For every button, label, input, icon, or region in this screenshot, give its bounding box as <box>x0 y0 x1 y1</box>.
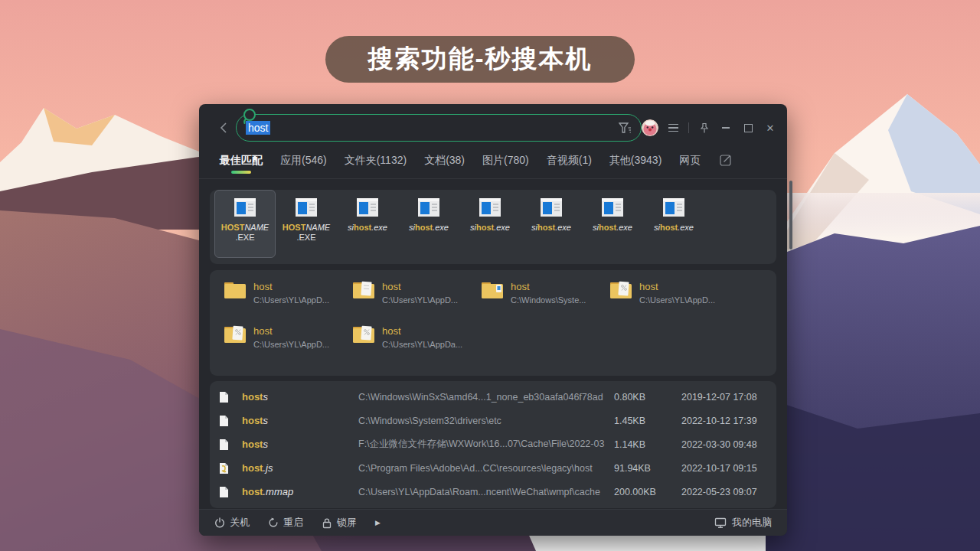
document-icon <box>219 486 242 498</box>
tab-others[interactable]: 其他(3943) <box>609 152 662 168</box>
javascript-file-icon <box>219 462 242 474</box>
exe-label: sihost.exe <box>654 223 694 233</box>
exe-label: sihost.exe <box>348 223 387 233</box>
close-button[interactable]: ✕ <box>764 122 776 134</box>
search-app-window: host <box>199 104 787 536</box>
application-icon <box>662 197 685 217</box>
file-name: hosts <box>242 391 358 403</box>
minimize-button[interactable] <box>720 122 732 134</box>
tab-folders[interactable]: 文件夹(1132) <box>345 152 407 168</box>
exe-result-hostname[interactable]: HOSTNAME .EXE <box>276 190 337 258</box>
user-avatar[interactable] <box>642 119 658 136</box>
exe-label: sihost.exe <box>593 223 632 233</box>
file-row[interactable]: hosts C:\Windows\System32\drivers\etc 1.… <box>210 409 776 432</box>
my-computer-button[interactable]: 我的电脑 <box>714 516 772 530</box>
pin-icon[interactable] <box>699 122 710 134</box>
results-area: HOSTNAME .EXE HOSTNAME .EXE <box>199 179 787 508</box>
back-icon[interactable] <box>219 122 228 134</box>
more-actions-icon[interactable]: ▶ <box>375 519 381 527</box>
tab-images[interactable]: 图片(780) <box>482 152 529 168</box>
folder-result[interactable]: host C:\Users\YL\AppDa... <box>352 325 481 370</box>
tab-best-match[interactable]: 最佳匹配 <box>220 152 263 168</box>
file-row[interactable]: host.js C:\Program Files\Adobe\Ad...CC\r… <box>210 456 776 480</box>
search-input[interactable]: host <box>236 114 642 142</box>
folder-result[interactable]: host C:\Users\YL\AppD... <box>224 281 352 325</box>
folder-with-files-icon <box>224 325 247 344</box>
application-icon <box>479 197 501 217</box>
restart-button[interactable]: 重启 <box>268 516 303 530</box>
folder-result[interactable]: host C:\Users\YL\AppD... <box>224 325 352 370</box>
folder-name: host <box>511 281 586 292</box>
file-name: host.mmap <box>242 486 358 497</box>
tab-web[interactable]: 网页 <box>679 152 701 168</box>
file-date: 2022-05-23 09:07 <box>681 487 767 497</box>
folder-with-files-icon <box>481 281 504 300</box>
folder-name: host <box>382 325 462 337</box>
folder-name: host <box>639 281 715 292</box>
folder-result[interactable]: host C:\Users\YL\AppD... <box>352 281 481 325</box>
result-tabs: 最佳匹配 应用(546) 文件夹(1132) 文档(38) 图片(780) 音视… <box>199 152 787 178</box>
tab-documents[interactable]: 文档(38) <box>424 152 465 168</box>
power-icon <box>214 517 225 528</box>
exe-result-sihost[interactable]: sihost.exe <box>459 190 521 258</box>
folder-path: C:\Users\YL\AppD... <box>253 295 329 305</box>
lock-icon <box>322 517 332 529</box>
file-size: 1.45KB <box>614 416 681 426</box>
folder-path: C:\Windows\Syste... <box>511 295 586 305</box>
file-results-card: hosts C:\Windows\WinSxS\amd64...1_none_e… <box>210 381 776 508</box>
application-icon <box>540 197 563 217</box>
filter-icon[interactable] <box>619 122 632 134</box>
exe-result-sihost[interactable]: sihost.exe <box>643 190 704 258</box>
document-icon <box>219 415 242 427</box>
titlebar-separator <box>688 122 689 133</box>
folder-icon <box>224 281 247 300</box>
exe-result-sihost[interactable]: sihost.exe <box>521 190 582 258</box>
folder-path: C:\Users\YL\AppD... <box>639 295 715 305</box>
tab-media[interactable]: 音视频(1) <box>547 152 592 168</box>
folder-path: C:\Users\YL\AppDa... <box>382 340 462 349</box>
exe-result-sihost[interactable]: sihost.exe <box>582 190 643 258</box>
file-name: hosts <box>242 439 358 450</box>
exe-label: HOSTNAME .EXE <box>221 223 269 243</box>
exe-result-sihost[interactable]: sihost.exe <box>398 190 459 258</box>
folder-results-card: host C:\Users\YL\AppD... host C:\Users\Y… <box>210 270 776 376</box>
application-icon <box>417 197 440 217</box>
scrollbar-thumb[interactable] <box>789 181 792 249</box>
file-path: F:\企业微信文件存储\WXWork\16...07\Cache\File\20… <box>358 438 614 451</box>
shutdown-button[interactable]: 关机 <box>214 516 250 530</box>
file-path: C:\Windows\System32\drivers\etc <box>358 416 614 426</box>
lock-screen-button[interactable]: 锁屏 <box>322 516 357 530</box>
titlebar-controls: ✕ <box>642 104 776 152</box>
folder-result[interactable]: host C:\Users\YL\AppD... <box>609 281 738 325</box>
tab-apps[interactable]: 应用(546) <box>280 152 327 168</box>
exe-results-card: HOSTNAME .EXE HOSTNAME .EXE <box>210 190 776 264</box>
file-row[interactable]: hosts F:\企业微信文件存储\WXWork\16...07\Cache\F… <box>210 432 776 456</box>
file-date: 2022-10-12 17:39 <box>681 416 767 426</box>
file-size: 1.14KB <box>614 439 681 450</box>
file-row[interactable]: host.mmap C:\Users\YL\AppData\Roam...nce… <box>210 480 776 504</box>
file-date: 2022-03-30 09:48 <box>681 439 767 450</box>
maximize-button[interactable] <box>742 122 754 134</box>
exe-label: HOSTNAME .EXE <box>283 223 330 243</box>
folder-name: host <box>382 281 458 292</box>
file-name: hosts <box>242 415 358 426</box>
file-date: 2022-10-17 09:15 <box>681 463 767 474</box>
folder-path: C:\Users\YL\AppD... <box>382 295 458 305</box>
monitor-icon <box>714 517 727 529</box>
file-date: 2019-12-07 17:08 <box>681 392 767 403</box>
file-path: C:\Users\YL\AppData\Roam...ncent\WeChat\… <box>358 487 614 497</box>
application-icon <box>601 197 624 217</box>
exe-result-hostname[interactable]: HOSTNAME .EXE <box>214 190 276 258</box>
file-name: host.js <box>242 462 358 474</box>
file-size: 91.94KB <box>614 463 681 474</box>
file-path: C:\Program Files\Adobe\Ad...CC\resources… <box>358 463 614 474</box>
folder-result[interactable]: host C:\Windows\Syste... <box>481 281 609 325</box>
edit-tabs-icon[interactable] <box>720 155 731 166</box>
file-row[interactable]: hosts C:\Windows\WinSxS\amd64...1_none_e… <box>210 385 776 409</box>
title-banner: 搜索功能-秒搜本机 <box>325 36 635 83</box>
restart-icon <box>268 517 279 528</box>
file-path: C:\Windows\WinSxS\amd64...1_none_eb30aaf… <box>358 392 614 403</box>
file-size: 200.00KB <box>614 487 681 497</box>
menu-icon[interactable] <box>668 124 678 132</box>
exe-result-sihost[interactable]: sihost.exe <box>337 190 398 258</box>
